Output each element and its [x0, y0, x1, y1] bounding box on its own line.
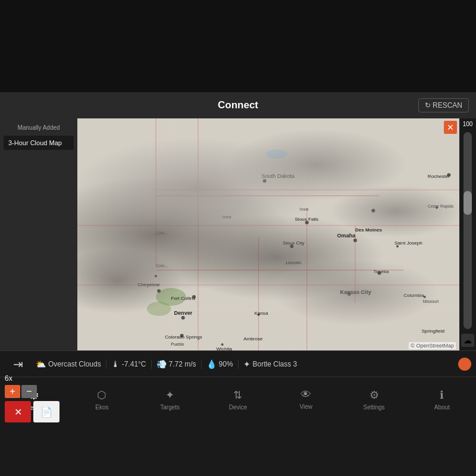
connect-title: Connect [218, 99, 258, 111]
x-icon: ✕ [14, 406, 22, 418]
svg-text:Colo...: Colo... [156, 231, 168, 235]
svg-text:Cedar Rapids: Cedar Rapids [428, 204, 454, 209]
svg-point-17 [147, 302, 171, 316]
action-button-red[interactable]: ✕ [5, 401, 31, 422]
svg-text:Columbia: Columbia [403, 293, 424, 298]
cloud-map-button[interactable]: 3-Hour Cloud Map [4, 136, 74, 150]
cloud-icon: ☁ [464, 336, 472, 345]
svg-point-29 [347, 292, 351, 296]
svg-point-16 [156, 288, 186, 306]
weather-status: ⛅ Overcast Clouds [31, 359, 106, 369]
svg-point-23 [192, 295, 196, 299]
status-indicator-dot [458, 358, 471, 371]
nav-settings-label: Settings [363, 404, 384, 411]
svg-text:Omaha: Omaha [337, 233, 356, 239]
svg-text:Kansas City: Kansas City [340, 289, 371, 295]
svg-point-32 [447, 173, 450, 177]
nav-device-label: Device [229, 404, 248, 411]
bottom-nav: ⚙ Setup ⬡ Ekos ✦ Targets ⇅ Device 👁 View… [0, 377, 476, 421]
zoom-level-label: 6x [5, 374, 37, 383]
svg-point-28 [258, 314, 260, 316]
nav-about[interactable]: ℹ About [408, 377, 476, 421]
svg-text:Sioux Falls: Sioux Falls [295, 217, 318, 222]
cloud-overlay [77, 118, 476, 350]
slider-track[interactable] [464, 132, 472, 329]
temperature-status: 🌡 -7.41°C [106, 359, 151, 369]
svg-text:Pueblo: Pueblo [171, 342, 184, 346]
svg-text:Ambrose: Ambrose [243, 336, 263, 342]
zoom-out-button[interactable]: − [21, 385, 37, 398]
nav-about-label: About [434, 404, 450, 411]
action-buttons: ✕ 📄 [5, 401, 60, 422]
map-close-button[interactable]: ✕ [444, 121, 457, 134]
svg-text:Saint Joseph: Saint Joseph [394, 240, 422, 246]
wind-status: 💨 7.72 m/s [151, 359, 201, 369]
map-slider: 100 ☁ [459, 118, 476, 350]
about-icon: ℹ [440, 389, 444, 402]
svg-point-19 [305, 221, 309, 224]
nav-targets[interactable]: ✦ Targets [136, 377, 204, 421]
nav-ekos[interactable]: ⬡ Ekos [68, 377, 136, 421]
svg-text:South Dakota: South Dakota [262, 173, 295, 179]
svg-text:Cheyenne: Cheyenne [138, 282, 160, 287]
settings-icon: ⚙ [369, 389, 379, 402]
zoom-in-button[interactable]: + [5, 385, 20, 398]
svg-point-34 [221, 343, 224, 346]
slider-100-label: 100 [463, 118, 473, 127]
svg-text:Iowa: Iowa [223, 215, 231, 219]
svg-point-30 [378, 271, 381, 275]
svg-point-24 [181, 316, 185, 320]
connect-icon-button[interactable]: ⇥ [5, 351, 31, 377]
arrow-right-icon: ⇥ [13, 357, 23, 371]
weather-label: Overcast Clouds [48, 360, 101, 368]
svg-text:Rochester: Rochester [428, 174, 450, 179]
nav-settings[interactable]: ⚙ Settings [340, 377, 408, 421]
nav-device[interactable]: ⇅ Device [204, 377, 272, 421]
slider-thumb[interactable] [464, 191, 472, 215]
zoom-controls: 6x + − [5, 374, 37, 398]
svg-point-20 [290, 245, 293, 248]
svg-point-31 [396, 245, 399, 248]
bortle-label: Bortle Class 3 [253, 360, 298, 368]
svg-text:Fort Collins: Fort Collins [171, 296, 195, 301]
cloud-status-icon: ⛅ [36, 359, 46, 369]
svg-point-27 [155, 275, 157, 277]
view-icon: 👁 [300, 389, 311, 401]
svg-text:Kansa: Kansa [254, 311, 268, 316]
svg-point-25 [180, 334, 184, 337]
svg-text:Missouri: Missouri [423, 299, 439, 303]
rescan-button[interactable]: ↻ RESCAN [418, 98, 469, 112]
nav-ekos-label: Ekos [95, 404, 108, 411]
temperature-label: -7.41°C [122, 360, 146, 368]
svg-text:Iowa: Iowa [300, 207, 309, 211]
action-button-white[interactable]: 📄 [33, 401, 60, 422]
svg-text:Lincoln: Lincoln [286, 260, 301, 265]
svg-point-21 [353, 239, 357, 242]
svg-text:Wichita: Wichita [216, 346, 232, 350]
svg-point-35 [424, 296, 426, 298]
star-icon: ✦ [243, 359, 250, 369]
nav-view[interactable]: 👁 View [272, 377, 340, 421]
svg-rect-0 [77, 118, 476, 350]
manually-added-label: Manually Added [4, 123, 74, 132]
targets-icon: ✦ [165, 389, 174, 402]
svg-point-22 [371, 209, 375, 212]
svg-point-1 [266, 149, 288, 159]
device-icon: ⇅ [233, 389, 242, 402]
zoom-buttons: + − [5, 385, 37, 398]
nav-view-label: View [300, 403, 313, 410]
svg-text:Springfield: Springfield [422, 328, 444, 334]
humidity-status: 💧 90% [201, 359, 238, 369]
svg-point-33 [436, 206, 438, 209]
status-bar: ⇥ ⛅ Overcast Clouds 🌡 -7.41°C 💨 7.72 m/s… [0, 350, 476, 377]
slider-cloud-button[interactable]: ☁ [461, 334, 474, 347]
svg-text:Denver: Denver [174, 310, 192, 316]
document-icon: 📄 [40, 406, 52, 418]
main-area: Manually Added 3-Hour Cloud Map [0, 118, 476, 350]
wind-icon: 💨 [156, 359, 167, 369]
humidity-icon: 💧 [206, 359, 217, 369]
map-area[interactable]: South Dakota Sioux Falls Sioux City Omah… [77, 118, 476, 350]
bortle-status: ✦ Bortle Class 3 [238, 359, 302, 369]
thermometer-icon: 🌡 [111, 359, 120, 369]
ekos-icon: ⬡ [97, 389, 107, 402]
